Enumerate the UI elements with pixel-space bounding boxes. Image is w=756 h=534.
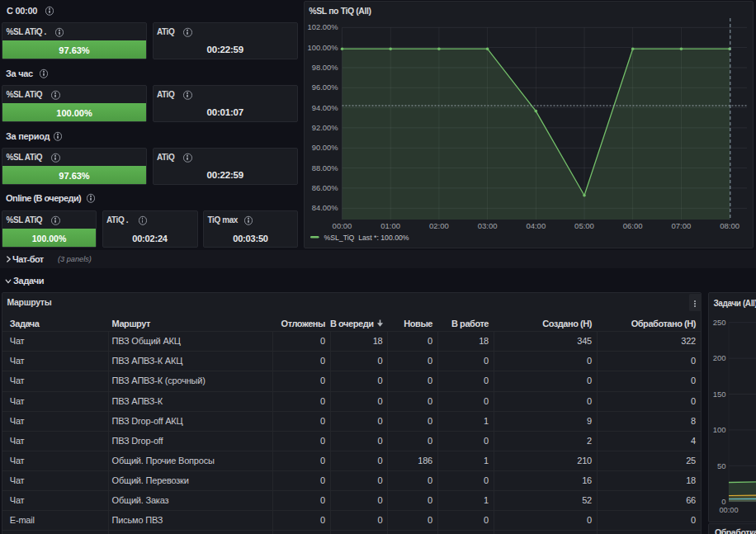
svg-text:94.00%: 94.00% [312, 103, 338, 112]
svg-text:%SL_TiQ: %SL_TiQ [324, 234, 355, 242]
svg-text:100: 100 [713, 425, 726, 434]
svg-text:250: 250 [713, 318, 726, 327]
svg-text:0: 0 [721, 497, 725, 506]
svg-text:07:00: 07:00 [672, 221, 692, 230]
svg-text:96.00%: 96.00% [312, 83, 338, 92]
svg-text:88.00%: 88.00% [312, 163, 338, 172]
svg-text:86.00%: 86.00% [312, 183, 338, 192]
svg-text:92.00%: 92.00% [312, 123, 338, 132]
svg-text:50: 50 [717, 461, 726, 470]
svg-text:90.00%: 90.00% [312, 143, 338, 152]
svg-text:200: 200 [713, 353, 726, 362]
svg-text:08:00: 08:00 [720, 221, 739, 230]
svg-text:84.00%: 84.00% [312, 203, 338, 212]
svg-text:01:00: 01:00 [380, 221, 400, 230]
svg-text:150: 150 [713, 390, 726, 399]
svg-text:05:00: 05:00 [574, 221, 594, 230]
svg-text:04:00: 04:00 [526, 221, 546, 230]
svg-text:100.00%: 100.00% [307, 43, 338, 52]
svg-text:03:00: 03:00 [478, 221, 498, 230]
svg-text:Задачи (All): Задачи (All) [714, 299, 756, 308]
svg-text:102.00%: 102.00% [307, 22, 338, 31]
svg-text:02:00: 02:00 [429, 221, 449, 230]
svg-text:Last *: 100.00%: Last *: 100.00% [358, 234, 409, 242]
svg-text:00:00: 00:00 [720, 506, 739, 514]
svg-text:98.00%: 98.00% [312, 63, 338, 72]
svg-text:%SL по TiQ (All): %SL по TiQ (All) [309, 6, 371, 16]
svg-text:06:00: 06:00 [623, 221, 643, 230]
svg-text:00:00: 00:00 [333, 221, 352, 230]
